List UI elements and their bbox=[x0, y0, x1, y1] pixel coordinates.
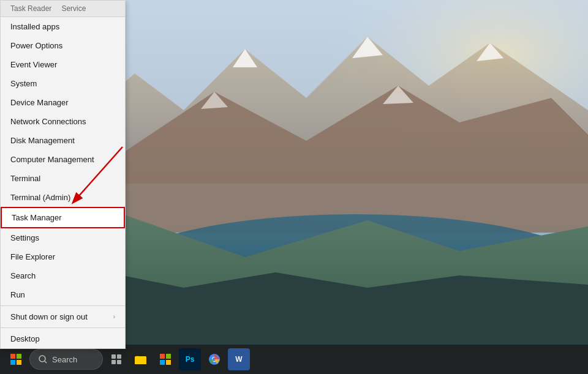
menu-item-installed-apps[interactable]: Installed apps bbox=[1, 17, 125, 36]
svg-rect-28 bbox=[166, 354, 171, 359]
svg-rect-17 bbox=[10, 360, 15, 365]
menu-label: Installed apps bbox=[10, 22, 59, 31]
menu-item-terminal-admin[interactable]: Terminal (Admin) bbox=[1, 188, 125, 207]
menu-label: Device Manager bbox=[10, 98, 69, 107]
menu-label: Search bbox=[10, 271, 36, 280]
menu-label: Network Connections bbox=[10, 117, 86, 126]
word-label: W bbox=[235, 355, 242, 364]
menu-item-computer-management[interactable]: Computer Management bbox=[1, 150, 125, 169]
menu-item-run[interactable]: Run bbox=[1, 285, 125, 304]
svg-rect-15 bbox=[10, 354, 15, 359]
menu-item-system[interactable]: System bbox=[1, 74, 125, 93]
menu-label: Run bbox=[10, 290, 25, 299]
top-item-service[interactable]: Service bbox=[61, 4, 86, 13]
menu-item-file-explorer[interactable]: File Explorer bbox=[1, 247, 125, 266]
menu-item-shut-down[interactable]: Shut down or sign out › bbox=[1, 307, 125, 326]
chrome-button[interactable] bbox=[203, 348, 225, 370]
search-label: Search bbox=[52, 355, 77, 364]
svg-rect-16 bbox=[17, 354, 21, 359]
menu-label: File Explorer bbox=[10, 252, 55, 261]
menu-label: Shut down or sign out bbox=[10, 312, 88, 321]
microsoft-store-button[interactable] bbox=[154, 348, 176, 370]
svg-rect-21 bbox=[111, 354, 116, 359]
menu-label: Disk Management bbox=[10, 136, 75, 145]
menu-label: Settings bbox=[10, 233, 39, 242]
menu-item-terminal[interactable]: Terminal bbox=[1, 169, 125, 188]
menu-top-strip: Task Reader Service bbox=[1, 1, 125, 17]
menu-label: Desktop bbox=[10, 334, 40, 343]
taskbar-search[interactable]: Search bbox=[29, 349, 103, 370]
menu-label: Event Viewer bbox=[10, 60, 57, 69]
word-button[interactable]: W bbox=[228, 348, 250, 370]
svg-rect-30 bbox=[166, 360, 171, 365]
menu-item-network-connections[interactable]: Network Connections bbox=[1, 112, 125, 131]
svg-rect-24 bbox=[117, 360, 121, 364]
top-item-task-reader[interactable]: Task Reader bbox=[10, 4, 51, 13]
ps-label: Ps bbox=[186, 355, 195, 364]
menu-label: Computer Management bbox=[10, 155, 94, 164]
task-view-button[interactable] bbox=[105, 348, 127, 370]
svg-rect-29 bbox=[160, 360, 165, 365]
file-explorer-button[interactable] bbox=[130, 348, 152, 370]
taskbar: Search Ps bbox=[0, 345, 588, 374]
search-icon bbox=[39, 355, 47, 364]
menu-item-settings[interactable]: Settings bbox=[1, 228, 125, 247]
svg-line-20 bbox=[45, 361, 47, 363]
menu-label: Terminal (Admin) bbox=[10, 193, 70, 202]
submenu-arrow-icon: › bbox=[113, 313, 115, 320]
svg-point-19 bbox=[39, 356, 45, 362]
photoshop-button[interactable]: Ps bbox=[179, 348, 201, 370]
svg-rect-22 bbox=[117, 354, 121, 359]
menu-label: System bbox=[10, 79, 37, 88]
menu-separator-2 bbox=[1, 327, 125, 328]
svg-rect-23 bbox=[111, 360, 116, 364]
menu-item-event-viewer[interactable]: Event Viewer bbox=[1, 55, 125, 74]
menu-item-search[interactable]: Search bbox=[1, 266, 125, 285]
menu-item-device-manager[interactable]: Device Manager bbox=[1, 93, 125, 112]
menu-item-desktop[interactable]: Desktop bbox=[1, 329, 125, 348]
svg-rect-27 bbox=[160, 354, 165, 359]
menu-item-disk-management[interactable]: Disk Management bbox=[1, 131, 125, 150]
menu-label: Power Options bbox=[10, 41, 62, 50]
svg-rect-26 bbox=[135, 357, 146, 364]
svg-rect-18 bbox=[17, 360, 21, 365]
menu-label: Task Manager bbox=[12, 213, 62, 222]
context-menu: Task Reader Service Installed apps Power… bbox=[0, 0, 126, 349]
start-button[interactable] bbox=[5, 348, 27, 370]
menu-item-task-manager[interactable]: Task Manager bbox=[1, 207, 125, 228]
menu-label: Terminal bbox=[10, 174, 40, 183]
menu-separator bbox=[1, 305, 125, 306]
menu-item-power-options[interactable]: Power Options bbox=[1, 36, 125, 55]
